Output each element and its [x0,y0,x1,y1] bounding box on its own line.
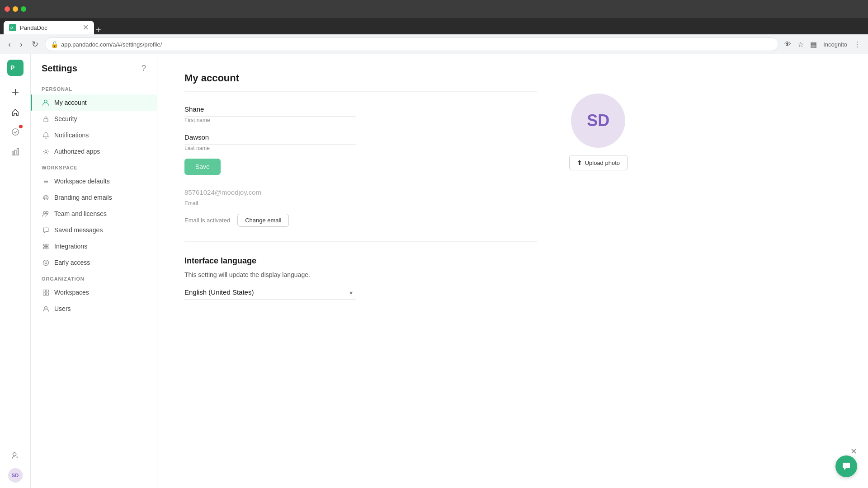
menu-btn[interactable]: ⋮ [852,38,863,51]
svg-rect-28 [47,247,48,249]
svg-text:P: P [10,26,13,30]
sidebar-nav: PERSONAL My account Security Notificatio… [31,81,157,328]
reload-btn[interactable]: ↻ [29,38,41,51]
nav-item-users[interactable]: Users [31,300,157,317]
person-icon [42,99,50,107]
svg-rect-34 [46,293,48,295]
back-btn[interactable]: ‹ [5,38,14,51]
eye-slash-icon[interactable]: 👁 [782,38,793,50]
new-tab-btn[interactable]: + [96,25,101,34]
sidebar-toggle-btn[interactable]: ▦ [808,38,819,51]
saved-messages-label: Saved messages [54,226,103,234]
svg-point-29 [43,260,48,265]
nav-item-workspaces[interactable]: Workspaces [31,284,157,300]
create-icon[interactable] [6,83,24,101]
browser-maximize-btn[interactable] [21,6,26,12]
workspace-defaults-label: Workspace defaults [54,178,110,185]
save-button[interactable]: Save [184,159,221,175]
svg-rect-5 [12,152,14,155]
address-bar[interactable]: 🔒 app.pandadoc.com/a/#/settings/profile/ [45,38,778,51]
account-section: First name Last name Save Email [184,103,537,227]
svg-point-4 [12,129,18,135]
tasks-icon[interactable] [6,123,24,141]
nav-item-team[interactable]: Team and licenses [31,206,157,222]
add-contact-icon[interactable] [6,446,24,465]
svg-point-17 [43,195,48,200]
email-activated-status: Email is activated [184,217,230,224]
chat-close-icon[interactable]: ✕ [850,446,857,456]
nav-item-branding[interactable]: Branding and emails [31,189,157,206]
language-section-title: Interface language [184,256,537,266]
language-select[interactable]: English (United States) English (UK) Fre… [184,286,356,300]
svg-rect-32 [46,290,48,292]
message-icon [42,226,50,234]
content-inner: My account First name Last name Save [157,54,564,318]
home-icon[interactable] [6,103,24,121]
nav-item-workspace-defaults[interactable]: Workspace defaults [31,173,157,189]
bookmark-icon[interactable]: ☆ [796,38,806,51]
first-name-label: First name [184,117,537,123]
app-sidebar: P SD [0,54,31,488]
browser-close-btn[interactable] [5,6,10,12]
svg-rect-6 [14,150,16,155]
nav-item-notifications[interactable]: Notifications [31,127,157,143]
svg-point-19 [47,197,47,197]
nav-item-authorized-apps[interactable]: Authorized apps [31,143,157,160]
forward-btn[interactable]: › [17,38,25,51]
browser-minimize-btn[interactable] [13,6,18,12]
app-logo[interactable]: P [7,60,24,76]
language-description: This setting will update the display lan… [184,271,537,278]
nav-right-controls: 👁 ☆ ▦ Incognito ⋮ [782,38,863,51]
svg-point-13 [45,150,47,153]
svg-marker-24 [43,228,48,233]
svg-rect-26 [47,244,48,246]
grid-icon [42,288,50,296]
help-btn[interactable]: ? [142,64,146,73]
upload-label: Upload photo [585,160,620,166]
svg-point-22 [43,211,46,214]
upload-photo-button[interactable]: ⬆ Upload photo [569,155,627,170]
browser-bar [0,0,868,18]
gear-nav-icon [42,147,50,155]
first-name-section: First name [184,103,537,123]
email-input[interactable] [184,186,356,200]
chat-button[interactable] [835,455,857,477]
last-name-label: Last name [184,145,537,151]
svg-text:P: P [10,64,14,71]
nav-item-my-account[interactable]: My account [31,94,157,111]
incognito-btn[interactable]: Incognito [821,39,849,50]
early-access-label: Early access [54,259,90,266]
tab-close-btn[interactable]: ✕ [83,24,89,31]
workspace-section-label: WORKSPACE [31,160,157,173]
browser-tab-active[interactable]: P PandaDoc ✕ [4,21,94,34]
nav-item-integrations[interactable]: Integrations [31,238,157,254]
email-label: Email [184,200,537,206]
svg-rect-25 [43,244,45,246]
last-name-input[interactable] [184,131,356,145]
tab-title: PandaDoc [20,24,47,31]
eye-icon [42,258,50,267]
change-email-button[interactable]: Change email [237,214,289,227]
user-avatar[interactable]: SD [8,468,23,483]
main-content: My account First name Last name Save [157,54,868,488]
nav-item-security[interactable]: Security [31,111,157,127]
bell-icon [42,131,50,139]
svg-rect-33 [43,293,45,295]
users-icon [42,305,50,313]
first-name-input[interactable] [184,103,356,117]
svg-point-23 [46,211,48,214]
settings-header: Settings ? [31,54,157,81]
app-container: P SD Settings ? PERSONA [0,54,868,488]
url-display: app.pandadoc.com/a/#/settings/profile/ [61,41,773,48]
email-actions: Email is activated Change email [184,214,537,227]
settings-title: Settings [42,63,77,74]
team-label: Team and licenses [54,210,107,217]
analytics-icon[interactable] [6,143,24,161]
organization-section-label: ORGANIZATION [31,271,157,284]
last-name-section: Last name [184,131,537,151]
nav-item-saved-messages[interactable]: Saved messages [31,222,157,238]
my-account-label: My account [54,99,87,106]
svg-rect-7 [17,149,19,155]
svg-point-30 [45,262,47,264]
nav-item-early-access[interactable]: Early access [31,254,157,271]
